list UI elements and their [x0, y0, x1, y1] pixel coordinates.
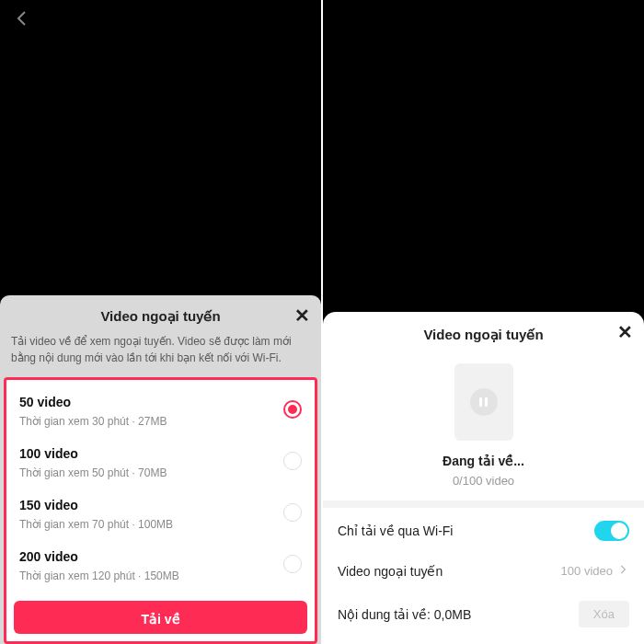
option-title: 150 video	[19, 498, 302, 512]
download-preview: Đang tải về... 0/100 video	[323, 351, 644, 500]
sheet-header-left: Video ngoại tuyến ✕	[0, 295, 321, 330]
phone-right: Video ngoại tuyến ✕ Đang tải về... 0/100…	[323, 0, 644, 644]
download-button[interactable]: Tải về	[14, 601, 307, 634]
left-bottom-sheet: Video ngoại tuyến ✕ Tải video về để xem …	[0, 295, 321, 644]
option-subtitle: Thời gian xem 30 phút · 27MB	[19, 415, 302, 428]
option-title: 200 video	[19, 549, 302, 564]
option-200[interactable]: 200 video Thời gian xem 120 phút · 150MB	[6, 540, 315, 592]
offline-value-text: 100 video	[561, 564, 613, 578]
option-subtitle: Thời gian xem 70 phút · 100MB	[19, 518, 302, 531]
progress-label: 0/100 video	[453, 474, 514, 488]
radio-icon[interactable]	[283, 555, 302, 573]
topbar-left	[0, 0, 321, 40]
sheet-description: Tải video về để xem ngoại tuyến. Video s…	[0, 330, 321, 377]
option-subtitle: Thời gian xem 50 phút · 70MB	[19, 466, 302, 479]
video-thumbnail[interactable]	[454, 363, 513, 441]
option-subtitle: Thời gian xem 120 phút · 150MB	[19, 569, 302, 582]
sheet-title-left: Video ngoại tuyến	[15, 308, 306, 325]
wifi-label: Chỉ tải về qua Wi-Fi	[338, 523, 453, 538]
row-offline-video[interactable]: Video ngoại tuyến 100 video	[323, 554, 644, 592]
right-bottom-sheet: Video ngoại tuyến ✕ Đang tải về... 0/100…	[323, 312, 644, 644]
offline-label: Video ngoại tuyến	[338, 564, 443, 579]
back-icon[interactable]	[11, 7, 33, 33]
settings-section: Chỉ tải về qua Wi-Fi Video ngoại tuyến 1…	[323, 500, 644, 644]
option-50[interactable]: 50 video Thời gian xem 30 phút · 27MB	[6, 385, 315, 437]
delete-button[interactable]: Xóa	[579, 601, 629, 627]
chevron-right-icon	[616, 563, 629, 579]
option-150[interactable]: 150 video Thời gian xem 70 phút · 100MB	[6, 489, 315, 540]
row-wifi: Chỉ tải về qua Wi-Fi	[323, 508, 644, 554]
close-icon[interactable]: ✕	[617, 323, 633, 341]
sheet-title-right: Video ngoại tuyến	[338, 327, 629, 343]
sheet-header-right: Video ngoại tuyến ✕	[323, 312, 644, 351]
option-title: 100 video	[19, 446, 302, 461]
row-downloaded: Nội dung tải về: 0,0MB Xóa	[323, 592, 644, 644]
loading-label: Đang tải về...	[443, 454, 524, 468]
pause-icon	[470, 388, 498, 416]
offline-value: 100 video	[561, 563, 629, 579]
wifi-toggle[interactable]	[594, 521, 629, 541]
radio-icon[interactable]	[283, 503, 302, 522]
topbar-right	[323, 0, 644, 40]
radio-icon[interactable]	[283, 400, 302, 419]
phone-left: Video ngoại tuyến ✕ Tải video về để xem …	[0, 0, 323, 644]
options-box: 50 video Thời gian xem 30 phút · 27MB 10…	[4, 377, 317, 644]
option-100[interactable]: 100 video Thời gian xem 50 phút · 70MB	[6, 437, 315, 489]
radio-icon[interactable]	[283, 452, 302, 470]
close-icon[interactable]: ✕	[294, 306, 310, 325]
option-title: 50 video	[19, 395, 302, 409]
downloaded-label: Nội dung tải về: 0,0MB	[338, 607, 471, 622]
